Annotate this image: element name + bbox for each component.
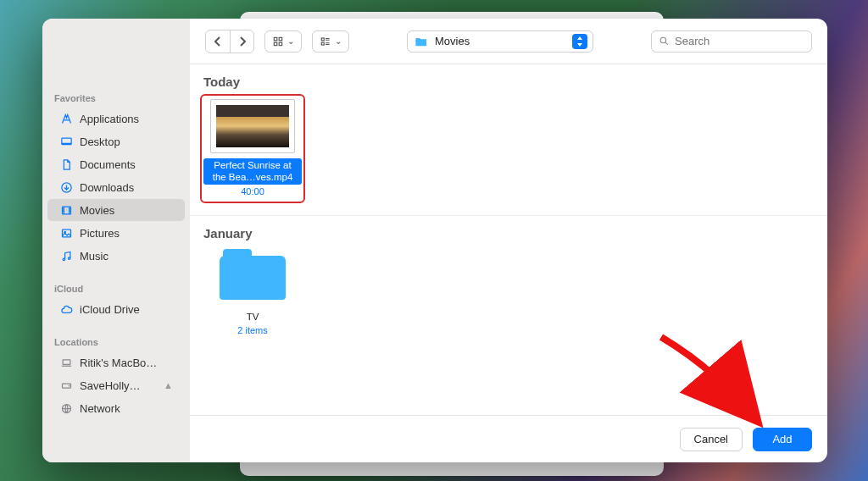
sidebar-item-label: Music <box>80 250 173 263</box>
location-popup[interactable]: Movies <box>407 30 593 53</box>
sidebar-item-downloads[interactable]: Downloads <box>47 176 185 198</box>
sidebar-item-label: Ritik's MacBo… <box>80 357 173 369</box>
sidebar-item-applications[interactable]: Applications <box>47 108 185 130</box>
sidebar-item-network[interactable]: Network <box>47 397 185 419</box>
sidebar: Favorites Applications Desktop Documents… <box>42 19 190 462</box>
sidebar-section-favorites: Favorites Applications Desktop Documents… <box>42 88 190 267</box>
svg-point-5 <box>63 258 65 261</box>
chevron-down-icon: ⌄ <box>335 36 342 46</box>
sidebar-item-label: Downloads <box>80 181 173 194</box>
file-browser-content[interactable]: Today Perfect Sunrise at the Bea…ves.mp4… <box>190 64 827 415</box>
open-panel-window: Favorites Applications Desktop Documents… <box>42 19 827 462</box>
sidebar-section-icloud: iCloud iCloud Drive <box>42 279 190 320</box>
sidebar-section-locations: Locations Ritik's MacBo… SaveHolly… ▲ Ne… <box>42 332 190 419</box>
desktop-icon <box>59 135 73 148</box>
sidebar-item-label: SaveHolly… <box>80 379 157 392</box>
svg-rect-14 <box>279 42 282 46</box>
svg-rect-12 <box>279 37 282 41</box>
globe-icon <box>59 402 73 415</box>
file-meta-label: 2 items <box>203 325 302 335</box>
laptop-icon <box>59 357 73 369</box>
svg-point-17 <box>660 37 666 43</box>
main-panel: ⌄ ⌄ Movies Today <box>190 19 827 462</box>
sidebar-item-label: iCloud Drive <box>80 303 173 316</box>
eject-icon[interactable]: ▲ <box>164 380 173 390</box>
sidebar-item-pictures[interactable]: Pictures <box>47 222 185 244</box>
svg-point-6 <box>68 257 70 259</box>
search-icon <box>659 36 670 47</box>
svg-rect-11 <box>274 37 277 41</box>
apps-icon <box>59 113 73 125</box>
cancel-button[interactable]: Cancel <box>680 428 743 451</box>
sidebar-item-music[interactable]: Music <box>47 245 185 267</box>
disk-icon <box>59 379 73 392</box>
svg-rect-7 <box>63 359 70 364</box>
sidebar-section-label: Locations <box>42 332 190 351</box>
svg-rect-15 <box>321 37 324 40</box>
download-icon <box>59 181 73 194</box>
music-icon <box>59 250 73 263</box>
file-meta-label: 40:00 <box>203 186 302 196</box>
svg-rect-16 <box>321 42 324 45</box>
location-label: Movies <box>435 35 565 47</box>
sidebar-item-label: Pictures <box>80 227 173 240</box>
sidebar-item-laptop[interactable]: Ritik's MacBo… <box>47 351 185 373</box>
sidebar-item-external-disk[interactable]: SaveHolly… ▲ <box>47 374 185 396</box>
sidebar-item-label: Movies <box>80 204 173 217</box>
file-name-label: TV <box>243 310 263 323</box>
group-header: January <box>190 216 827 246</box>
file-group-row: Perfect Sunrise at the Bea…ves.mp4 40:00 <box>190 94 827 216</box>
dialog-footer: Cancel Add <box>190 415 827 462</box>
folder-icon <box>415 36 428 47</box>
sidebar-item-label: Desktop <box>80 135 173 148</box>
sidebar-item-label: Network <box>80 402 173 415</box>
folder-icon <box>220 256 286 300</box>
nav-buttons <box>205 30 254 53</box>
chevron-down-icon: ⌄ <box>287 36 294 46</box>
file-name-label: Perfect Sunrise at the Bea…ves.mp4 <box>203 158 302 185</box>
svg-rect-13 <box>274 42 277 46</box>
file-tile-folder[interactable]: TV 2 items <box>200 246 305 342</box>
add-button[interactable]: Add <box>753 428 812 451</box>
sidebar-section-label: iCloud <box>42 279 190 297</box>
svg-rect-3 <box>62 229 70 237</box>
cloud-icon <box>59 303 73 316</box>
forward-button[interactable] <box>230 30 253 53</box>
sidebar-item-movies[interactable]: Movies <box>47 199 185 221</box>
updown-arrows-icon <box>572 34 587 49</box>
pictures-icon <box>59 227 73 240</box>
sidebar-section-label: Favorites <box>42 88 190 107</box>
group-header: Today <box>190 64 827 94</box>
view-as-icons-button[interactable]: ⌄ <box>264 30 302 53</box>
file-tile-video[interactable]: Perfect Sunrise at the Bea…ves.mp4 40:00 <box>200 94 305 203</box>
sidebar-item-documents[interactable]: Documents <box>47 153 185 175</box>
search-field[interactable] <box>651 30 812 53</box>
doc-icon <box>59 158 73 171</box>
toolbar: ⌄ ⌄ Movies <box>190 19 827 64</box>
sidebar-item-icloud-drive[interactable]: iCloud Drive <box>47 298 185 320</box>
group-by-button[interactable]: ⌄ <box>312 30 349 53</box>
file-group-row: TV 2 items <box>190 246 827 354</box>
sidebar-item-label: Applications <box>80 113 173 125</box>
search-input[interactable] <box>675 35 804 47</box>
back-button[interactable] <box>206 30 230 53</box>
video-thumbnail <box>210 99 295 153</box>
movies-icon <box>59 204 73 217</box>
sidebar-item-desktop[interactable]: Desktop <box>47 130 185 152</box>
svg-point-9 <box>69 385 70 386</box>
sidebar-item-label: Documents <box>80 158 173 171</box>
